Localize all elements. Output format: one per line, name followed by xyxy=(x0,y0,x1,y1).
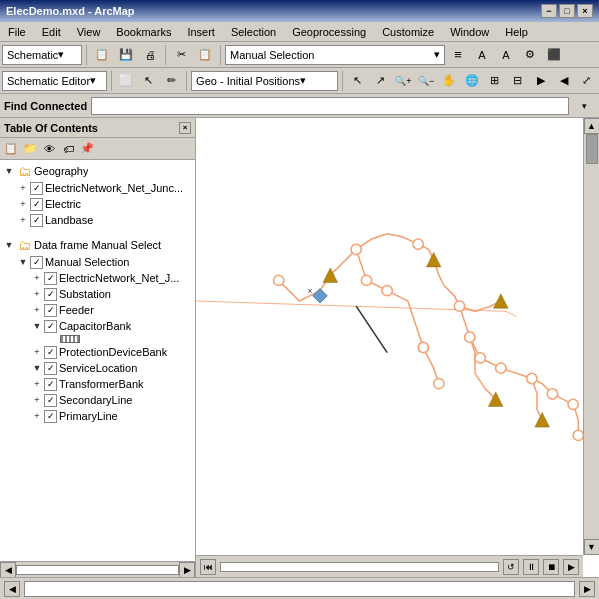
check-substation[interactable] xyxy=(44,288,57,301)
edit-btn-3[interactable]: ✏ xyxy=(161,70,182,92)
scroll-right-btn[interactable]: ▶ xyxy=(179,562,195,578)
expand-electric-net-junc[interactable]: + xyxy=(16,181,30,195)
schematic-dropdown[interactable]: Schematic ▾ xyxy=(2,45,82,65)
check-servicelocation[interactable] xyxy=(44,362,57,375)
status-btn-prev[interactable]: ◀ xyxy=(4,581,20,597)
scroll-down-btn[interactable]: ▼ xyxy=(584,539,600,555)
nav-btn-3[interactable]: 🔍+ xyxy=(393,70,414,92)
toolbar-btn-4[interactable]: ✂ xyxy=(170,44,192,66)
expand-capacitorbank[interactable]: ▼ xyxy=(30,319,44,333)
toolbar-btn-10[interactable]: ⬛ xyxy=(543,44,565,66)
check-secondaryline[interactable] xyxy=(44,394,57,407)
check-electric[interactable] xyxy=(30,198,43,211)
map-area[interactable]: × ▲ ▼ ⏮ ↺ ⏸ ⏹ ▶ xyxy=(196,118,599,577)
nav-btn-9[interactable]: ▶ xyxy=(530,70,551,92)
expand-manual-selection[interactable]: ▼ xyxy=(16,255,30,269)
check-capacitorbank[interactable] xyxy=(44,320,57,333)
v-scroll-thumb[interactable] xyxy=(586,134,598,164)
toolbar-btn-7[interactable]: A xyxy=(471,44,493,66)
check-landbase[interactable] xyxy=(30,214,43,227)
panel-close-btn[interactable]: × xyxy=(179,122,191,134)
map-btn-1[interactable]: ⏮ xyxy=(200,559,216,575)
menu-help[interactable]: Help xyxy=(499,25,534,39)
nav-btn-6[interactable]: 🌐 xyxy=(462,70,483,92)
edit-btn-2[interactable]: ↖ xyxy=(138,70,159,92)
nav-btn-2[interactable]: ↗ xyxy=(370,70,391,92)
menu-edit[interactable]: Edit xyxy=(36,25,67,39)
map-btn-stop[interactable]: ⏹ xyxy=(543,559,559,575)
check-transformerbank[interactable] xyxy=(44,378,57,391)
close-button[interactable]: × xyxy=(577,4,593,18)
maximize-button[interactable]: □ xyxy=(559,4,575,18)
toc-btn-5[interactable]: 📌 xyxy=(78,140,96,158)
schematic-editor-dropdown[interactable]: Schematic Editor ▾ xyxy=(2,71,107,91)
menu-bookmarks[interactable]: Bookmarks xyxy=(110,25,177,39)
toc-btn-3[interactable]: 👁 xyxy=(40,140,58,158)
tree-item-transformerbank[interactable]: + TransformerBank xyxy=(0,376,195,392)
toc-btn-1[interactable]: 📋 xyxy=(2,140,20,158)
map-btn-right[interactable]: ▶ xyxy=(563,559,579,575)
expand-transformerbank[interactable]: + xyxy=(30,377,44,391)
tree-item-servicelocation[interactable]: ▼ ServiceLocation xyxy=(0,360,195,376)
panel-header-buttons[interactable]: × xyxy=(179,122,191,134)
minimize-button[interactable]: − xyxy=(541,4,557,18)
map-btn-pause[interactable]: ⏸ xyxy=(523,559,539,575)
expand-servicelocation[interactable]: ▼ xyxy=(30,361,44,375)
edit-btn-1[interactable]: ⬜ xyxy=(115,70,136,92)
tree-group-dataframe[interactable]: ▼ 🗂 Data frame Manual Select xyxy=(0,236,195,254)
check-electric-net-junc[interactable] xyxy=(30,182,43,195)
expand-primaryline[interactable]: + xyxy=(30,409,44,423)
map-scroll-vertical[interactable]: ▲ ▼ xyxy=(583,118,599,555)
menu-window[interactable]: Window xyxy=(444,25,495,39)
toolbar-btn-3[interactable]: 🖨 xyxy=(139,44,161,66)
tree-item-manual-selection[interactable]: ▼ Manual Selection xyxy=(0,254,195,270)
toolbar-btn-8[interactable]: A xyxy=(495,44,517,66)
check-manual-selection[interactable] xyxy=(30,256,43,269)
expand-geography[interactable]: ▼ xyxy=(2,164,16,178)
menu-geoprocessing[interactable]: Geoprocessing xyxy=(286,25,372,39)
v-scroll-track[interactable] xyxy=(586,134,598,539)
toolbar-btn-9[interactable]: ⚙ xyxy=(519,44,541,66)
expand-protectiondevice[interactable]: + xyxy=(30,345,44,359)
nav-btn-4[interactable]: 🔍− xyxy=(416,70,437,92)
tree-item-protectiondevice[interactable]: + ProtectionDeviceBank xyxy=(0,344,195,360)
nav-btn-8[interactable]: ⊟ xyxy=(507,70,528,92)
tree-view[interactable]: ▼ 🗂 Geography + ElectricNetwork_Net_Junc… xyxy=(0,160,195,561)
nav-btn-1[interactable]: ↖ xyxy=(347,70,368,92)
nav-btn-11[interactable]: ⤢ xyxy=(576,70,597,92)
toolbar-btn-6[interactable]: ≡ xyxy=(447,44,469,66)
toc-btn-4[interactable]: 🏷 xyxy=(59,140,77,158)
tree-item-landbase[interactable]: + Landbase xyxy=(0,212,195,228)
menu-view[interactable]: View xyxy=(71,25,107,39)
tree-group-geography[interactable]: ▼ 🗂 Geography xyxy=(0,162,195,180)
tree-item-electric-net-junc[interactable]: + ElectricNetwork_Net_Junc... xyxy=(0,180,195,196)
tree-item-electric[interactable]: + Electric xyxy=(0,196,195,212)
left-panel-scrollbar[interactable]: ◀ ▶ xyxy=(0,561,195,577)
menu-file[interactable]: File xyxy=(2,25,32,39)
expand-feeder[interactable]: + xyxy=(30,303,44,317)
menu-selection[interactable]: Selection xyxy=(225,25,282,39)
status-btn-next[interactable]: ▶ xyxy=(579,581,595,597)
tree-item-primaryline[interactable]: + PrimaryLine xyxy=(0,408,195,424)
selection-dropdown[interactable]: Manual Selection ▾ xyxy=(225,45,445,65)
expand-electric[interactable]: + xyxy=(16,197,30,211)
expand-landbase[interactable]: + xyxy=(16,213,30,227)
scroll-left-btn[interactable]: ◀ xyxy=(0,562,16,578)
menu-customize[interactable]: Customize xyxy=(376,25,440,39)
tree-item-feeder[interactable]: + Feeder xyxy=(0,302,195,318)
geo-dropdown[interactable]: Geo - Initial Positions ▾ xyxy=(191,71,338,91)
toc-btn-2[interactable]: 📁 xyxy=(21,140,39,158)
h-scroll-track[interactable] xyxy=(16,565,179,575)
nav-btn-5[interactable]: ✋ xyxy=(439,70,460,92)
toolbar-btn-2[interactable]: 💾 xyxy=(115,44,137,66)
check-primaryline[interactable] xyxy=(44,410,57,423)
find-connected-arrow[interactable]: ▾ xyxy=(573,95,595,117)
expand-secondaryline[interactable]: + xyxy=(30,393,44,407)
scroll-up-btn[interactable]: ▲ xyxy=(584,118,600,134)
find-connected-dropdown[interactable] xyxy=(91,97,569,115)
expand-electric-net-j2[interactable]: + xyxy=(30,271,44,285)
tree-item-substation[interactable]: + Substation xyxy=(0,286,195,302)
nav-btn-10[interactable]: ◀ xyxy=(553,70,574,92)
h-map-scroll[interactable] xyxy=(220,562,499,572)
check-protectiondevice[interactable] xyxy=(44,346,57,359)
